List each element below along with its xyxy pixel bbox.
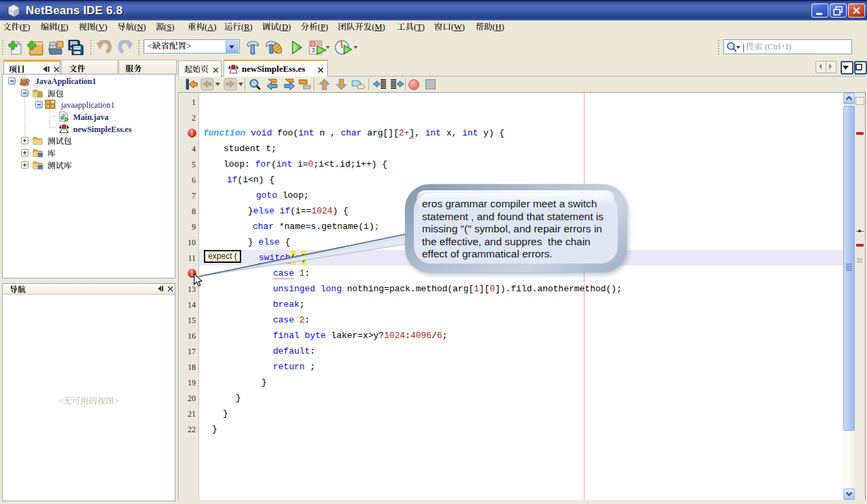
svg-text:3: 3 xyxy=(312,47,315,54)
